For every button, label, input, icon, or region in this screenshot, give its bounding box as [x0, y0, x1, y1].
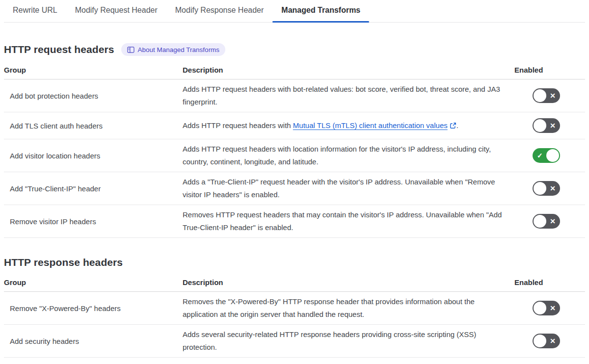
description-text: Adds HTTP request headers with	[183, 121, 293, 130]
managed-transforms-page: Rewrite URL Modify Request Header Modify…	[0, 0, 589, 358]
about-managed-transforms-badge[interactable]: About Managed Transforms	[121, 43, 226, 56]
request-section-header: HTTP request headers About Managed Trans…	[4, 43, 585, 56]
tab-modify-response-header[interactable]: Modify Response Header	[166, 0, 273, 22]
toggle-knob	[534, 182, 546, 195]
toggle-knob	[534, 215, 546, 228]
badge-label: About Managed Transforms	[138, 46, 220, 53]
tab-bar: Rewrite URL Modify Request Header Modify…	[4, 0, 585, 23]
mtls-docs-link[interactable]: Mutual TLS (mTLS) client authentication …	[293, 121, 456, 130]
toggle-true-client-ip[interactable]: ✓ ✕	[533, 181, 560, 196]
table-row: Add visitor location headers Adds HTTP r…	[4, 139, 585, 172]
row-description: Removes HTTP request headers that may co…	[183, 205, 514, 237]
row-description: Adds several security-related HTTP respo…	[183, 325, 514, 357]
x-icon: ✕	[550, 122, 556, 129]
link-text: Mutual TLS (mTLS) client authentication …	[293, 121, 448, 130]
row-description: Adds a "True-Client-IP" request header w…	[183, 172, 514, 205]
request-headers-table: Group Description Enabled Add bot protec…	[4, 64, 585, 238]
row-group-label: Remove "X-Powered-By" headers	[4, 304, 183, 312]
x-icon: ✕	[550, 305, 556, 312]
table-row: Add bot protection headers Adds HTTP req…	[4, 79, 585, 112]
tab-rewrite-url[interactable]: Rewrite URL	[4, 0, 66, 22]
row-group-label: Add "True-Client-IP" header	[4, 184, 183, 193]
toggle-visitor-location[interactable]: ✓ ✕	[533, 148, 560, 163]
toggle-knob	[534, 119, 546, 132]
row-group-label: Remove visitor IP headers	[4, 217, 183, 226]
toggle-remove-visitor-ip[interactable]: ✓ ✕	[533, 214, 560, 229]
toggle-knob	[534, 302, 546, 314]
check-icon: ✓	[537, 152, 543, 159]
table-row: Add TLS client auth headers Adds HTTP re…	[4, 112, 585, 139]
response-section-title: HTTP response headers	[4, 257, 123, 268]
x-icon: ✕	[550, 338, 556, 344]
row-description: Adds HTTP request headers with bot-relat…	[183, 79, 514, 112]
column-header-enabled: Enabled	[514, 276, 585, 291]
row-group-label: Add security headers	[4, 337, 183, 345]
x-icon: ✕	[550, 185, 556, 192]
table-row: Remove "X-Powered-By" headers Removes th…	[4, 292, 585, 325]
table-header-row: Group Description Enabled	[4, 64, 585, 79]
toggle-knob	[534, 335, 546, 347]
toggle-tls-client-auth[interactable]: ✓ ✕	[533, 118, 560, 133]
row-description: Adds HTTP request headers with Mutual TL…	[183, 116, 514, 135]
column-header-enabled: Enabled	[514, 64, 585, 79]
table-row: Add security headers Adds several securi…	[4, 325, 585, 358]
table-header-row: Group Description Enabled	[4, 276, 585, 292]
response-headers-table: Group Description Enabled Remove "X-Powe…	[4, 276, 585, 358]
toggle-bot-protection[interactable]: ✓ ✕	[533, 88, 560, 103]
book-icon	[127, 47, 134, 53]
column-header-description: Description	[183, 276, 514, 291]
row-group-label: Add visitor location headers	[4, 152, 183, 160]
column-header-group: Group	[4, 276, 183, 291]
tab-managed-transforms[interactable]: Managed Transforms	[272, 0, 369, 22]
request-section-title: HTTP request headers	[4, 44, 114, 55]
toggle-knob	[546, 149, 559, 162]
tab-modify-request-header[interactable]: Modify Request Header	[66, 0, 166, 22]
toggle-security-headers[interactable]: ✓ ✕	[533, 334, 560, 348]
description-text: .	[456, 121, 458, 130]
toggle-x-powered-by[interactable]: ✓ ✕	[533, 301, 560, 315]
table-row: Remove visitor IP headers Removes HTTP r…	[4, 205, 585, 238]
table-row: Add "True-Client-IP" header Adds a "True…	[4, 172, 585, 205]
x-icon: ✕	[550, 218, 556, 225]
response-section-header: HTTP response headers	[4, 257, 585, 268]
column-header-group: Group	[4, 64, 183, 79]
row-description: Removes the "X-Powered-By" HTTP response…	[183, 292, 514, 324]
toggle-knob	[534, 89, 546, 102]
column-header-description: Description	[183, 64, 514, 79]
row-group-label: Add TLS client auth headers	[4, 122, 183, 130]
external-link-icon	[450, 122, 456, 129]
x-icon: ✕	[550, 92, 556, 99]
row-group-label: Add bot protection headers	[4, 92, 183, 100]
row-description: Adds HTTP request headers with location …	[183, 139, 514, 172]
